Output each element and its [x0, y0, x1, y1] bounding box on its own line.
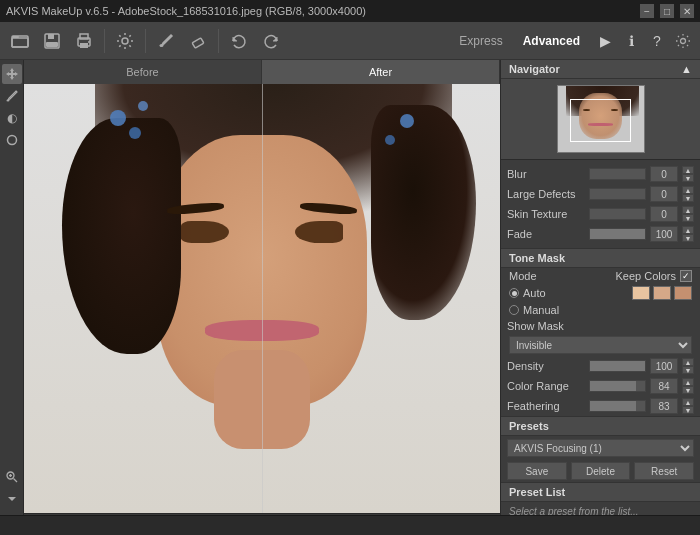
fade-value[interactable]: 100: [650, 226, 678, 242]
info-button[interactable]: ℹ: [620, 30, 642, 52]
feathering-row: Feathering 83 ▲ ▼: [501, 396, 700, 416]
swatch-3[interactable]: [674, 286, 692, 300]
color-range-row: Color Range 84 ▲ ▼: [501, 376, 700, 396]
manual-radio[interactable]: [509, 305, 519, 315]
svg-line-17: [13, 479, 17, 483]
density-track[interactable]: [589, 360, 646, 372]
manual-label: Manual: [523, 304, 559, 316]
skin-texture-arrows: ▲ ▼: [682, 206, 694, 222]
run-button[interactable]: ▶: [594, 30, 616, 52]
show-mask-dropdown-row: Invisible Visible On Black On White: [501, 334, 700, 356]
color-range-track[interactable]: [589, 380, 646, 392]
feathering-track[interactable]: [589, 400, 646, 412]
tool-brush[interactable]: [152, 27, 180, 55]
swatch-1[interactable]: [632, 286, 650, 300]
mode-advanced-button[interactable]: Advanced: [513, 31, 590, 51]
density-row: Density 100 ▲ ▼: [501, 356, 700, 376]
status-bar: [0, 515, 700, 535]
tool-settings[interactable]: [111, 27, 139, 55]
density-value[interactable]: 100: [650, 358, 678, 374]
tone-mask-header[interactable]: Tone Mask: [501, 249, 700, 268]
swatch-2[interactable]: [653, 286, 671, 300]
large-defects-value[interactable]: 0: [650, 186, 678, 202]
left-tool-move[interactable]: [2, 64, 22, 84]
tone-mask-title: Tone Mask: [509, 252, 565, 264]
tool-open[interactable]: [6, 27, 34, 55]
feathering-up[interactable]: ▲: [682, 398, 694, 406]
fade-down[interactable]: ▼: [682, 234, 694, 242]
large-defects-up[interactable]: ▲: [682, 186, 694, 194]
preset-delete-button[interactable]: Delete: [571, 462, 631, 480]
skin-texture-down[interactable]: ▼: [682, 214, 694, 222]
density-down[interactable]: ▼: [682, 366, 694, 374]
mode-label: Mode: [509, 270, 537, 282]
main-area: ◐ Before After: [0, 60, 700, 535]
tool-undo[interactable]: [225, 27, 253, 55]
blur-value[interactable]: 0: [650, 166, 678, 182]
color-range-down[interactable]: ▼: [682, 386, 694, 394]
blur-row: Blur 0 ▲ ▼: [501, 164, 700, 184]
navigator-header[interactable]: Navigator ▲: [501, 60, 700, 79]
skin-texture-track[interactable]: [589, 208, 646, 220]
keep-colors-checkbox[interactable]: ✓: [680, 270, 692, 282]
left-tool-zoom[interactable]: [2, 467, 22, 487]
fade-row: Fade 100 ▲ ▼: [501, 224, 700, 244]
fade-up[interactable]: ▲: [682, 226, 694, 234]
density-arrows: ▲ ▼: [682, 358, 694, 374]
nav-portrait: [557, 85, 645, 153]
maximize-button[interactable]: □: [660, 4, 674, 18]
color-range-label: Color Range: [507, 380, 585, 392]
left-tool-arrow-down[interactable]: [2, 489, 22, 509]
skin-texture-up[interactable]: ▲: [682, 206, 694, 214]
fade-track[interactable]: [589, 228, 646, 240]
preset-input-row: AKVIS Focusing (1): [501, 436, 700, 460]
tool-redo[interactable]: [257, 27, 285, 55]
auto-radio[interactable]: [509, 288, 519, 298]
preset-select[interactable]: AKVIS Focusing (1): [507, 439, 694, 457]
show-mask-select[interactable]: Invisible Visible On Black On White: [509, 336, 692, 354]
help-button[interactable]: ?: [646, 30, 668, 52]
app-title: AKVIS MakeUp v.6.5 - AdobeStock_16853101…: [6, 5, 366, 17]
skin-texture-value[interactable]: 0: [650, 206, 678, 222]
toolbar: Express Advanced ▶ ℹ ?: [0, 22, 700, 60]
density-up[interactable]: ▲: [682, 358, 694, 366]
close-button[interactable]: ✕: [680, 4, 694, 18]
left-tool-halfcircle[interactable]: ◐: [2, 108, 22, 128]
app-settings-button[interactable]: [672, 30, 694, 52]
feathering-value[interactable]: 83: [650, 398, 678, 414]
show-mask-row: Show Mask: [501, 318, 700, 334]
color-swatches: [632, 286, 692, 300]
preset-list-title: Preset List: [509, 486, 565, 498]
left-toolbar: ◐: [0, 60, 24, 535]
color-range-up[interactable]: ▲: [682, 378, 694, 386]
preset-reset-button[interactable]: Reset: [634, 462, 694, 480]
tab-after[interactable]: After: [262, 60, 500, 84]
density-label: Density: [507, 360, 585, 372]
show-mask-label: Show Mask: [507, 320, 585, 332]
large-defects-down[interactable]: ▼: [682, 194, 694, 202]
tool-save[interactable]: [38, 27, 66, 55]
blur-up[interactable]: ▲: [682, 166, 694, 174]
navigator-title: Navigator: [509, 63, 560, 75]
canvas-view[interactable]: [24, 84, 500, 513]
left-tool-brush[interactable]: [2, 86, 22, 106]
tone-mask-section: Tone Mask Mode Keep Colors ✓ Auto Manual: [501, 248, 700, 416]
feathering-down[interactable]: ▼: [682, 406, 694, 414]
color-range-value[interactable]: 84: [650, 378, 678, 394]
blur-down[interactable]: ▼: [682, 174, 694, 182]
preset-list-header[interactable]: Preset List: [501, 483, 700, 502]
preset-save-button[interactable]: Save: [507, 462, 567, 480]
tool-eraser[interactable]: [184, 27, 212, 55]
large-defects-track[interactable]: [589, 188, 646, 200]
skin-texture-label: Skin Texture: [507, 208, 585, 220]
left-tool-circle[interactable]: [2, 130, 22, 150]
minimize-button[interactable]: −: [640, 4, 654, 18]
auto-label: Auto: [523, 287, 546, 299]
blur-track[interactable]: [589, 168, 646, 180]
presets-header[interactable]: Presets: [501, 417, 700, 436]
svg-point-10: [122, 38, 128, 44]
mode-selector: Express Advanced: [449, 31, 590, 51]
tab-before[interactable]: Before: [24, 60, 262, 84]
tool-print[interactable]: [70, 27, 98, 55]
mode-express-button[interactable]: Express: [449, 31, 512, 51]
